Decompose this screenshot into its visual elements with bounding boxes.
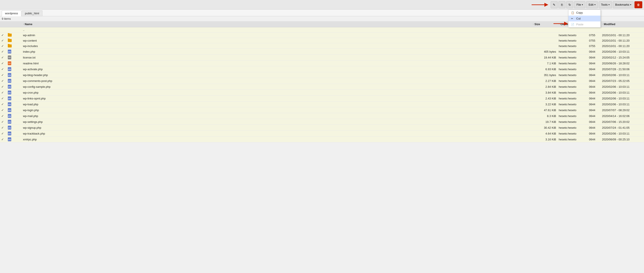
table-row[interactable]: ✓phpwp-trackback.php4.64 KiBheseto:heset… xyxy=(0,131,644,137)
table-row[interactable]: ✓phpindex.php405 bytesheseto:heseto06442… xyxy=(0,49,644,55)
row-modified: 2020/07/23 - 05:22:05 xyxy=(601,79,644,83)
header-modified-col[interactable]: ↑ Modified xyxy=(601,22,644,26)
row-modified: 2020/07/07 - 08:29:02 xyxy=(601,108,644,112)
row-empty xyxy=(13,69,22,70)
row-checkbox[interactable]: ✓ xyxy=(0,96,6,101)
table-row[interactable]: ✓wp-contentheseto:heseto07552020/10/31 -… xyxy=(0,38,644,43)
row-mode: 0644 xyxy=(588,61,601,65)
row-name[interactable]: wp-content xyxy=(22,39,532,43)
row-checkbox[interactable]: ✓ xyxy=(0,49,6,54)
table-row[interactable]: ✓phpwp-config-sample.php2.84 KiBheseto:h… xyxy=(0,84,644,90)
table-row[interactable]: ✓phpwp-login.php47.61 KiBheseto:heseto06… xyxy=(0,107,644,113)
row-name[interactable]: wp-activate.php xyxy=(22,67,532,71)
row-name[interactable]: wp-admin xyxy=(22,33,532,37)
table-row[interactable]: ✓phpwp-activate.php6.93 KiBheseto:heseto… xyxy=(0,66,644,72)
tools-menu-button[interactable]: Tools ▾ xyxy=(599,1,612,8)
row-empty xyxy=(13,51,22,52)
edit-button[interactable]: ✎ xyxy=(551,1,558,8)
row-checkbox[interactable]: ✓ xyxy=(0,108,6,112)
row-checkbox[interactable]: ✓ xyxy=(0,120,6,124)
row-name[interactable]: wp-trackback.php xyxy=(22,132,532,136)
cut-menu-item[interactable]: ✂ Cut xyxy=(568,16,600,22)
table-row[interactable]: ✓phpwp-cron.php3.84 KiBheseto:heseto0644… xyxy=(0,90,644,96)
php-icon: php xyxy=(8,114,11,118)
row-mode: 0644 xyxy=(588,126,601,130)
row-owner: heseto:heseto xyxy=(558,85,588,89)
toolbar: ✎ ⎘ ↻ File ▾ Edit ▾ Tools ▾ Bookmarks ▾ … xyxy=(0,0,644,10)
row-empty xyxy=(13,110,22,111)
check-mark: ✓ xyxy=(1,67,4,71)
php-icon: php xyxy=(8,120,11,124)
row-name[interactable]: .. xyxy=(22,28,532,32)
row-name[interactable]: wp-mail.php xyxy=(22,114,532,118)
row-empty xyxy=(13,121,22,122)
table-row[interactable]: ✓phpwp-comments-post.php2.27 KiBheseto:h… xyxy=(0,78,644,84)
table-row[interactable]: ✓phpwp-signup.php30.42 KiBheseto:heseto0… xyxy=(0,125,644,131)
row-checkbox[interactable]: ✓ xyxy=(0,137,6,141)
row-empty xyxy=(13,35,22,36)
row-icon: php xyxy=(6,96,13,101)
row-checkbox[interactable]: ✓ xyxy=(0,102,6,106)
row-checkbox[interactable]: ✓ xyxy=(0,55,6,60)
row-icon: htm xyxy=(6,61,13,66)
row-name[interactable]: wp-cron.php xyxy=(22,91,532,95)
table-row[interactable]: ✓wp-includesheseto:heseto07552020/10/31 … xyxy=(0,43,644,49)
php-icon: php xyxy=(8,108,11,112)
row-name[interactable]: wp-login.php xyxy=(22,108,532,112)
row-checkbox[interactable]: ✓ xyxy=(0,38,6,43)
row-checkbox[interactable]: ✓ xyxy=(0,73,6,77)
row-name[interactable]: license.txt xyxy=(22,56,532,60)
paste-menu-item[interactable]: 📄 Paste xyxy=(568,22,600,27)
row-checkbox[interactable]: ✓ xyxy=(0,33,6,37)
row-mode: 0644 xyxy=(588,85,601,89)
edit-menu-button[interactable]: Edit ▾ xyxy=(586,1,598,8)
file-menu-button[interactable]: File ▾ xyxy=(574,1,585,8)
header-size-col[interactable]: ↑ Size xyxy=(532,22,558,26)
row-checkbox[interactable]: ✓ xyxy=(0,44,6,48)
row-name[interactable]: wp-signup.php xyxy=(22,126,532,130)
row-mode: 0644 xyxy=(588,67,601,71)
row-checkbox[interactable]: ✓ xyxy=(0,85,6,89)
refresh-button[interactable]: ↻ xyxy=(566,1,573,8)
row-name[interactable]: wp-links-opml.php xyxy=(22,96,532,101)
row-name[interactable]: xmlrpc.php xyxy=(22,137,532,141)
row-checkbox[interactable]: ✓ xyxy=(0,131,6,136)
table-row[interactable]: ✓ABClicense.txt19.44 KiBheseto:heseto064… xyxy=(0,55,644,61)
table-row[interactable]: ✓phpxmlrpc.php3.16 KiBheseto:heseto06442… xyxy=(0,137,644,142)
table-row[interactable]: ✓phpwp-mail.php8.3 KiBheseto:heseto06442… xyxy=(0,113,644,119)
row-checkbox[interactable]: ✓ xyxy=(0,61,6,65)
row-checkbox[interactable]: ✓ xyxy=(0,90,6,95)
share-button[interactable]: ⎘ xyxy=(558,1,566,8)
row-name[interactable]: wp-blog-header.php xyxy=(22,73,532,77)
row-checkbox[interactable]: ✓ xyxy=(0,79,6,83)
table-row[interactable]: .. xyxy=(0,27,644,33)
tab-wordpress[interactable]: wordpress xyxy=(2,11,21,16)
row-name[interactable]: wp-config-sample.php xyxy=(22,85,532,89)
row-name[interactable]: wp-comments-post.php xyxy=(22,79,532,83)
tab-public-html[interactable]: public_html xyxy=(22,11,42,16)
delete-button[interactable]: 🗑 xyxy=(634,1,642,8)
row-empty xyxy=(13,80,22,81)
row-size xyxy=(532,30,558,30)
copy-menu-item[interactable]: 📋 Copy xyxy=(568,10,600,16)
row-mode: 0755 xyxy=(588,44,601,48)
row-checkbox[interactable]: ✓ xyxy=(0,114,6,118)
table-row[interactable]: ✓phpwp-load.php3.22 KiBheseto:heseto0644… xyxy=(0,101,644,107)
row-name[interactable]: index.php xyxy=(22,50,532,54)
table-row[interactable]: ✓phpwp-settings.php19.7 KiBheseto:heseto… xyxy=(0,119,644,125)
owner-sort-icon: ↑ xyxy=(559,23,560,25)
table-row[interactable]: ✓phpwp-blog-header.php351 bytesheseto:he… xyxy=(0,72,644,78)
row-checkbox[interactable] xyxy=(0,30,6,30)
header-name-col[interactable]: ↑ Name xyxy=(22,22,532,26)
row-name[interactable]: wp-includes xyxy=(22,44,532,48)
row-name[interactable]: wp-settings.php xyxy=(22,120,532,124)
row-name[interactable]: wp-load.php xyxy=(22,102,532,106)
table-row[interactable]: ✓wp-adminheseto:heseto07552020/10/31 - 0… xyxy=(0,33,644,38)
bookmarks-menu-button[interactable]: Bookmarks ▾ xyxy=(613,1,634,8)
item-count: 9 items xyxy=(2,17,11,20)
table-row[interactable]: ✓phpwp-links-opml.php2.43 KiBheseto:hese… xyxy=(0,96,644,101)
row-name[interactable]: readme.html xyxy=(22,61,532,65)
row-checkbox[interactable]: ✓ xyxy=(0,125,6,130)
table-row[interactable]: ✓htmreadme.html7.1 KiBheseto:heseto06442… xyxy=(0,61,644,66)
row-checkbox[interactable]: ✓ xyxy=(0,67,6,71)
